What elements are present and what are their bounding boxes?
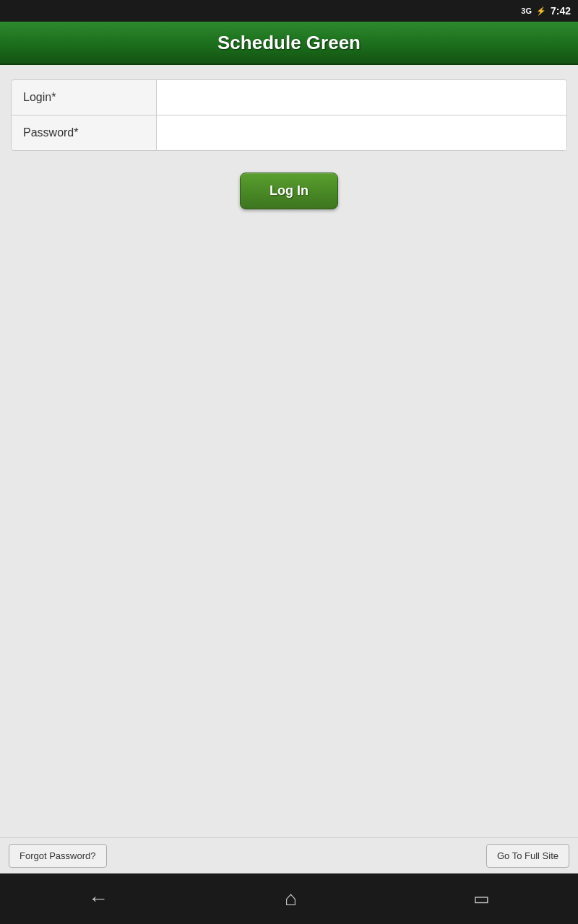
forgot-password-button[interactable]: Forgot Password?	[9, 844, 107, 868]
clock: 7:42	[551, 5, 571, 17]
login-button[interactable]: Log In	[240, 173, 338, 209]
login-row: Login*	[12, 80, 566, 116]
status-bar: 3G ⚡ 7:42	[0, 0, 578, 22]
main-content: Login* Password* Log In	[0, 65, 578, 837]
back-button[interactable]: ←	[81, 880, 116, 918]
bottom-action-bar: Forgot Password? Go To Full Site	[0, 837, 578, 873]
password-row: Password*	[12, 116, 566, 150]
battery-icon: ⚡	[536, 6, 546, 16]
recents-icon: ▭	[473, 889, 490, 909]
login-form-card: Login* Password*	[11, 79, 567, 151]
password-input[interactable]	[156, 116, 566, 150]
app-header: Schedule Green	[0, 22, 578, 65]
back-icon: ←	[88, 887, 108, 910]
signal-indicator: 3G	[521, 6, 532, 15]
go-to-full-site-button[interactable]: Go To Full Site	[486, 844, 569, 868]
login-label: Login*	[12, 81, 156, 114]
login-button-wrapper: Log In	[240, 173, 338, 209]
recents-button[interactable]: ▭	[466, 881, 497, 916]
home-icon: ⌂	[285, 887, 297, 910]
home-button[interactable]: ⌂	[277, 880, 304, 918]
nav-bar: ← ⌂ ▭	[0, 873, 578, 924]
password-label: Password*	[12, 116, 156, 149]
app-title: Schedule Green	[217, 32, 361, 54]
login-input[interactable]	[156, 80, 566, 115]
